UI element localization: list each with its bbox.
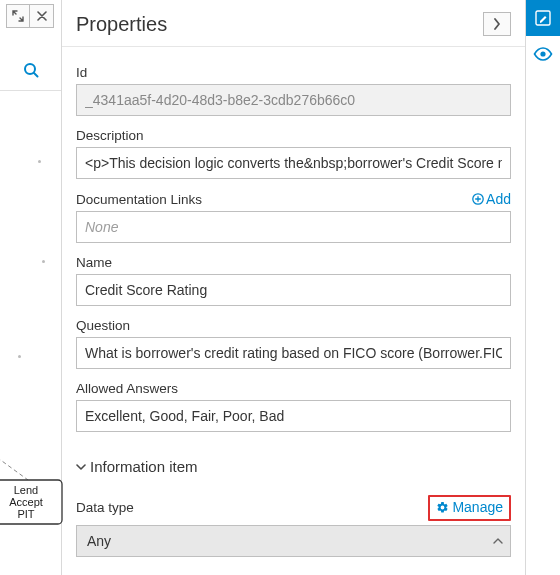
close-button[interactable]: [30, 4, 54, 28]
answers-label: Allowed Answers: [76, 381, 511, 396]
question-field[interactable]: [76, 337, 511, 369]
information-item-title: Information item: [90, 458, 198, 475]
chevron-down-icon: [76, 462, 86, 472]
search-icon: [23, 62, 39, 78]
eye-icon: [533, 47, 553, 61]
left-rail: Lend Accept PIT: [0, 0, 62, 575]
doclinks-add-button[interactable]: Add: [472, 191, 511, 207]
properties-panel: Properties Id Description Documentation …: [62, 0, 526, 575]
edit-tab-button[interactable]: [526, 0, 560, 36]
question-label: Question: [76, 318, 511, 333]
svg-text:Lend: Lend: [14, 484, 38, 496]
doclinks-field[interactable]: [76, 211, 511, 243]
gear-icon: [436, 501, 449, 514]
doclinks-label: Documentation Links: [76, 192, 202, 207]
panel-header: Properties: [62, 0, 525, 47]
name-label: Name: [76, 255, 511, 270]
plus-circle-icon: [472, 193, 484, 205]
manage-button[interactable]: Manage: [436, 499, 503, 515]
close-icon: [37, 11, 47, 21]
search-button[interactable]: [0, 56, 62, 84]
answers-field[interactable]: [76, 400, 511, 432]
svg-text:Accept: Accept: [9, 496, 43, 508]
rail-button-group: [6, 4, 54, 28]
name-field[interactable]: [76, 274, 511, 306]
id-label: Id: [76, 65, 511, 80]
canvas-dot: [18, 355, 21, 358]
preview-tab-button[interactable]: [526, 36, 560, 72]
information-item-section: Information item Data type Manage: [76, 458, 511, 557]
panel-title: Properties: [76, 13, 167, 36]
doclinks-add-label: Add: [486, 191, 511, 207]
information-item-toggle[interactable]: Information item: [76, 458, 511, 475]
chevron-right-icon: [493, 18, 501, 30]
panel-collapse-button[interactable]: [483, 12, 511, 36]
canvas-dot: [38, 160, 41, 163]
datatype-value: Any: [87, 533, 111, 549]
rail-divider: [0, 90, 61, 91]
description-label: Description: [76, 128, 511, 143]
manage-label: Manage: [452, 499, 503, 515]
right-rail: [526, 0, 560, 575]
id-field[interactable]: [76, 84, 511, 116]
datatype-select[interactable]: Any: [76, 525, 511, 557]
manage-highlight: Manage: [428, 495, 511, 521]
canvas-dot: [42, 260, 45, 263]
datatype-label: Data type: [76, 500, 134, 515]
expand-button[interactable]: [6, 4, 30, 28]
svg-text:PIT: PIT: [17, 508, 34, 520]
expand-icon: [12, 10, 24, 22]
description-field[interactable]: [76, 147, 511, 179]
panel-body: Id Description Documentation Links Add N…: [62, 47, 525, 575]
canvas-node-fragment: Lend Accept PIT: [0, 440, 50, 540]
edit-icon: [535, 10, 551, 26]
svg-point-7: [540, 51, 545, 56]
